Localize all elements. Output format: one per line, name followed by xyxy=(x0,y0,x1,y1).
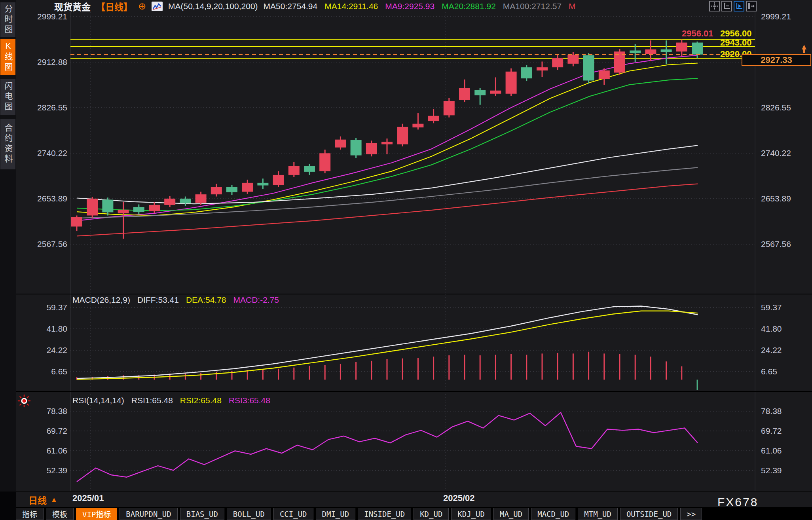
rsi-axis-label-right: 61.06 xyxy=(761,446,805,455)
macd-axis-label-left: 41.80 xyxy=(23,324,67,334)
crosshair-target-icon[interactable]: ⊕ xyxy=(138,1,146,12)
macd-axis-label-right: 6.65 xyxy=(761,367,805,376)
ma-params-label: MA(50,14,9,20,100,200) xyxy=(168,2,258,11)
chart-toolbar xyxy=(709,1,757,11)
tab-bias-ud[interactable]: BIAS_UD xyxy=(180,508,224,520)
panel-separator xyxy=(16,391,812,392)
tab-模板[interactable]: 模板 xyxy=(46,508,74,520)
tab-kd-ud[interactable]: KD_UD xyxy=(414,508,449,520)
triangle-up-icon: ▲ xyxy=(51,496,57,504)
rsi-axis-label-right: 78.38 xyxy=(761,406,805,416)
macd-header: MACD(26,12,9) DIFF:53.41 DEA:54.78 MACD:… xyxy=(72,295,279,306)
chart-header: 现货黄金 【日线】 ⊕ MA(50,14,9,20,100,200) MA50:… xyxy=(54,0,576,13)
date-label-2025/02: 2025/02 xyxy=(443,493,475,503)
alert-blink-icon[interactable] xyxy=(17,394,31,409)
rsi3-value: RSI3:65.48 xyxy=(229,396,270,406)
price-axis-label-right: 2740.22 xyxy=(761,148,805,158)
macd-axis-label-left: 59.37 xyxy=(23,303,67,312)
tab-outside-ud[interactable]: OUTSIDE_UD xyxy=(620,508,678,520)
ma-value-4: MA20:2881.92 xyxy=(442,2,496,11)
rsi-header: RSI(14,14,14) RSI1:65.48 RSI2:65.48 RSI3… xyxy=(72,396,270,406)
indicator-tabbar: 指标模板VIP指标BARUPDN_UDBIAS_UDBOLL_UDCCI_UDD… xyxy=(16,507,812,520)
period-tag[interactable]: 【日线】 xyxy=(96,0,133,13)
tab-barupdn-ud[interactable]: BARUPDN_UD xyxy=(120,508,177,520)
kline-chart-canvas[interactable] xyxy=(0,0,812,520)
price-axis-label-right: 2826.55 xyxy=(761,103,805,112)
tab--[interactable]: >> xyxy=(680,508,702,520)
axis-play-icon[interactable] xyxy=(734,1,744,11)
macd-axis-label-right: 41.80 xyxy=(761,324,805,334)
rsi2-value: RSI2:65.48 xyxy=(180,396,222,406)
tab-ma-ud[interactable]: MA_UD xyxy=(493,508,529,520)
rsi-axis-label-right: 52.39 xyxy=(761,466,805,475)
ma-value-3: MA9:2925.93 xyxy=(385,2,434,11)
rsi-title: RSI(14,14,14) xyxy=(72,396,124,406)
panel-separator xyxy=(16,491,812,492)
price-axis-label-right: 2567.56 xyxy=(761,239,805,249)
ma-values: MA50:2754.94MA14:2911.46MA9:2925.93MA20:… xyxy=(264,2,576,11)
ma-value-5: MA100:2712.57 xyxy=(503,2,562,11)
price-axis-label-left: 2653.89 xyxy=(23,194,67,203)
axis-scale-icon[interactable] xyxy=(721,1,732,11)
app-root: 分时图K线图闪电图合约资料 现货黄金 【日线】 ⊕ MA(50,14,9,20,… xyxy=(0,0,812,520)
price-axis-label-left: 2740.22 xyxy=(23,148,67,158)
symbol-name: 现货黄金 xyxy=(54,0,91,13)
crosshair-icon[interactable] xyxy=(709,1,720,11)
timeframe-label: 日线 xyxy=(28,493,47,507)
price-up-arrow-icon[interactable]: ▲ xyxy=(800,43,808,53)
price-axis-label-left: 2912.88 xyxy=(23,57,67,67)
rsi-axis-label-left: 52.39 xyxy=(23,466,67,475)
price-axis-label-left: 2567.56 xyxy=(23,239,67,249)
tab-vip指标[interactable]: VIP指标 xyxy=(76,508,117,520)
tab-指标[interactable]: 指标 xyxy=(16,508,44,520)
tab-cci-ud[interactable]: CCI_UD xyxy=(273,508,313,520)
price-axis-label-left: 2999.21 xyxy=(23,12,67,21)
level-label-2943.00: 2943.00 xyxy=(720,38,752,48)
rsi-axis-label-left: 61.06 xyxy=(23,446,67,455)
macd-axis-label-left: 6.65 xyxy=(23,367,67,376)
timeframe-selector[interactable]: 日线 ▲ xyxy=(28,493,57,507)
rsi-axis-label-right: 69.72 xyxy=(761,426,805,436)
price-axis-label-right: 2653.89 xyxy=(761,194,805,203)
chart-type-icon[interactable] xyxy=(152,2,163,11)
ma-value-1: MA50:2754.94 xyxy=(264,2,318,11)
tab-macd-ud[interactable]: MACD_UD xyxy=(531,508,575,520)
macd-axis-label-right: 59.37 xyxy=(761,303,805,312)
macd-dea-value: DEA:54.78 xyxy=(186,295,226,306)
tab-dmi-ud[interactable]: DMI_UD xyxy=(316,508,356,520)
price-axis-label-right: 2999.21 xyxy=(761,12,805,21)
rsi1-value: RSI1:65.48 xyxy=(131,396,173,406)
ma-value-6: M xyxy=(569,2,576,11)
tab-kdj-ud[interactable]: KDJ_UD xyxy=(451,508,491,520)
rsi-axis-label-left: 69.72 xyxy=(23,426,67,436)
tab-boll-ud[interactable]: BOLL_UD xyxy=(227,508,271,520)
macd-axis-label-left: 24.22 xyxy=(23,345,67,355)
panel-right-icon[interactable] xyxy=(746,1,757,11)
tab-mtm-ud[interactable]: MTM_UD xyxy=(578,508,618,520)
date-label-2025/01: 2025/01 xyxy=(72,493,104,503)
current-price-value: 2927.33 xyxy=(761,55,792,65)
price-axis-label-left: 2826.55 xyxy=(23,103,67,112)
macd-title: MACD(26,12,9) xyxy=(72,295,130,306)
session-high-label: 2956.01 xyxy=(682,28,713,39)
macd-value: MACD:-2.75 xyxy=(233,295,279,306)
current-price-box: 2927.33 xyxy=(742,54,811,66)
ma-value-2: MA14:2911.46 xyxy=(324,2,378,11)
macd-axis-label-right: 24.22 xyxy=(761,345,805,355)
macd-diff-value: DIFF:53.41 xyxy=(137,295,179,306)
panel-separator xyxy=(16,294,812,294)
tab-inside-ud[interactable]: INSIDE_UD xyxy=(358,508,411,520)
